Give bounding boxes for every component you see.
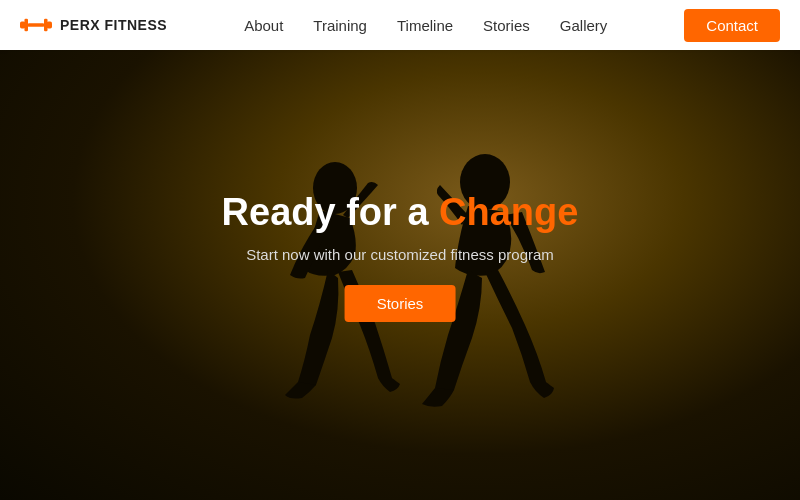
nav-link-stories[interactable]: Stories (483, 17, 530, 34)
nav-link-training[interactable]: Training (313, 17, 367, 34)
hero-section: Ready for a Change Start now with our cu… (0, 0, 800, 500)
hero-headline-highlight: Change (439, 191, 578, 233)
hero-content: Ready for a Change Start now with our cu… (222, 191, 579, 322)
svg-rect-6 (28, 23, 44, 27)
nav-link-gallery[interactable]: Gallery (560, 17, 608, 34)
navbar: PERX FITNESS About Training Timeline Sto… (0, 0, 800, 50)
hero-headline: Ready for a Change (222, 191, 579, 234)
hero-headline-prefix: Ready for a (222, 191, 440, 233)
logo-area: PERX FITNESS (20, 14, 167, 36)
logo-icon (20, 14, 52, 36)
contact-button[interactable]: Contact (684, 9, 780, 42)
nav-links: About Training Timeline Stories Gallery (244, 17, 607, 34)
logo-text: PERX FITNESS (60, 17, 167, 33)
svg-rect-5 (44, 19, 48, 31)
svg-rect-4 (24, 19, 28, 31)
nav-link-timeline[interactable]: Timeline (397, 17, 453, 34)
hero-subtitle: Start now with our customized fitness pr… (222, 246, 579, 263)
stories-button[interactable]: Stories (345, 285, 456, 322)
nav-link-about[interactable]: About (244, 17, 283, 34)
